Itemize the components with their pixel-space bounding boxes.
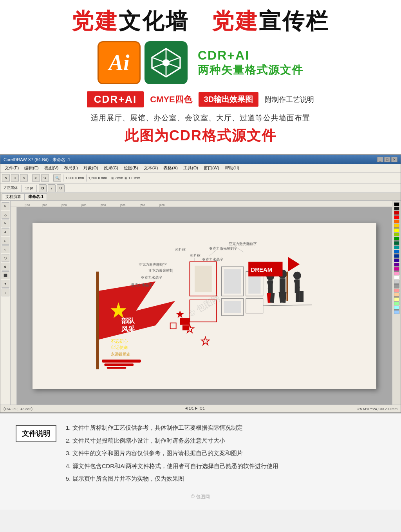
swatch-darkblue[interactable] (394, 254, 399, 258)
swatch-gray[interactable] (394, 284, 399, 288)
page-indicator: 1/1 (189, 407, 194, 410)
close-button[interactable]: ✕ (391, 157, 397, 162)
swatch-brightred[interactable] (394, 215, 399, 219)
tool-eyedropper[interactable]: ✦ (2, 280, 9, 288)
next-page-btn[interactable]: ▶ (195, 407, 198, 410)
svg-text:亚克力激光雕刻字: 亚克力激光雕刻字 (209, 247, 237, 251)
svg-rect-48 (180, 318, 190, 325)
menu-view[interactable]: 视图(V) (42, 164, 61, 172)
toolbar-new[interactable]: N (2, 174, 10, 182)
swatch-white[interactable] (394, 276, 399, 280)
menu-tools[interactable]: 工具(O) (181, 164, 201, 172)
swatch-lime[interactable] (394, 232, 399, 236)
cdr-tab-unnamed[interactable]: 未命名-1 (25, 193, 47, 200)
tool-shape[interactable]: ◇ (2, 211, 9, 219)
swatch-green[interactable] (394, 237, 399, 241)
svg-rect-37 (280, 278, 285, 293)
tool-ellipse[interactable]: ○ (2, 245, 9, 253)
svg-text:永远跟党走: 永远跟党走 (111, 352, 130, 356)
menu-bitmap[interactable]: 位图(B) (121, 164, 141, 172)
menu-edit[interactable]: 编辑(E) (22, 164, 42, 172)
toolbar-open[interactable]: O (11, 174, 19, 182)
swatch-teal[interactable] (394, 245, 399, 249)
file-info-item-5: 展示页中所含图片并不为实物，仅为效果图 (66, 474, 385, 483)
svg-text:相片框: 相片框 (175, 248, 186, 252)
svg-rect-46 (296, 291, 300, 302)
menu-text[interactable]: 文本(X) (141, 164, 161, 172)
svg-text:亚克力水晶字: 亚克力水晶字 (131, 283, 152, 287)
swatch-pink[interactable] (394, 271, 399, 275)
toolbar-underline[interactable]: U (57, 184, 65, 192)
toolbar2-sep2 (36, 185, 37, 192)
tool-freehand[interactable]: ✎ (2, 220, 9, 227)
menu-table[interactable]: 表格(A) (161, 164, 181, 172)
swatch-blue[interactable] (394, 250, 399, 254)
cdr-tabs-row: 文档演算 未命名-1 (0, 193, 401, 201)
subtitle-text: 适用展厅、展馆、办公室、会议室、大厅、过道等公共墙面布置 (16, 113, 385, 123)
cdr-tab-doclist[interactable]: 文档演算 (2, 193, 25, 200)
tool-select[interactable]: ↖ (2, 202, 9, 210)
cdr-logo-svg (148, 45, 184, 80)
cdr-main-canvas[interactable]: 部队 风采 不忘初心 牢记使命 永远跟党走 (17, 207, 392, 405)
statusbar-coords: (164.930, -46.882) (4, 407, 33, 411)
prev-page-btn[interactable]: ◀ (184, 407, 188, 410)
swatch-lightyellow[interactable] (394, 297, 399, 301)
swatch-darkgray[interactable] (394, 207, 399, 211)
menu-help[interactable]: 帮助(H) (222, 164, 242, 172)
toolbar-fontsize: 12 pt (23, 186, 34, 190)
tag-cdr: CDR+AI (87, 91, 144, 107)
svg-text:风采: 风采 (121, 325, 135, 333)
menu-window[interactable]: 窗口(W) (201, 164, 222, 172)
toolbar-snap: ⊞ 3mm (111, 176, 123, 180)
file-info-item-2: 文件尺寸是投稿比例缩小设计，制作时请务必注意尺寸大小 (66, 436, 385, 445)
swatch-red[interactable] (394, 211, 399, 215)
toolbar-bold[interactable]: B (39, 184, 47, 192)
cdr-screenshot: CorelDRAW X7 (64-Bit) - 未命名 -1 _ □ ✕ 文件(… (0, 154, 401, 413)
toolbar-redo[interactable]: ↪ (41, 174, 49, 182)
svg-rect-15 (104, 363, 134, 366)
swatch-lightcyan[interactable] (394, 306, 399, 310)
cdr-window-title: CorelDRAW X7 (64-Bit) - 未命名 -1 (4, 157, 70, 163)
minimize-button[interactable]: _ (377, 157, 383, 162)
swatch-yellow[interactable] (394, 224, 399, 228)
tag-note: 附制作工艺说明 (265, 95, 314, 104)
swatch-orange[interactable] (394, 220, 399, 223)
format-line2: 两种矢量格式源文件 (198, 63, 303, 78)
menu-object[interactable]: 对象(O) (81, 164, 101, 172)
tool-interactive[interactable]: ⬦ (2, 289, 9, 296)
svg-text:亚克力水晶字: 亚克力水晶字 (141, 276, 162, 280)
swatch-lightgray[interactable] (394, 280, 399, 284)
menu-layout[interactable]: 布局(L) (61, 164, 80, 172)
tool-fill[interactable]: ⬛ (2, 271, 9, 279)
swatch-brightyellow[interactable] (394, 228, 399, 232)
tool-rect[interactable]: □ (2, 237, 9, 245)
cdr-body: ↖ ◇ ✎ A □ ○ ⬡ ⊕ ⬛ ✦ ⬦ |100 (0, 201, 401, 405)
tool-polygon[interactable]: ⬡ (2, 254, 9, 262)
tool-text[interactable]: A (2, 228, 9, 236)
menu-file[interactable]: 文件(F) (2, 164, 22, 172)
swatch-purple[interactable] (394, 263, 399, 267)
swatch-darkgreen[interactable] (394, 241, 399, 245)
swatch-indigo[interactable] (394, 258, 399, 262)
file-info-wrapper: 文件说明 文件中所标制作工艺仅供参考，具体制作工艺要根据实际情况制定 文件尺寸是… (16, 423, 385, 487)
swatch-magenta[interactable] (394, 267, 399, 271)
toolbar-sep3 (63, 174, 63, 182)
file-info-item-3: 文件中的文字和图片内容仅供参考，图片请根据自己的文案和图片 (66, 449, 385, 458)
toolbar-save[interactable]: S (20, 174, 28, 182)
swatch-lightgreen[interactable] (394, 301, 399, 305)
file-info-list: 文件中所标制作工艺仅供参考，具体制作工艺要根据实际情况制定 文件尺寸是投稿比例缩… (66, 423, 385, 487)
cdr-canvas-area[interactable]: |100 |200 |300 |400 |500 |600 |700 |800 (11, 201, 392, 405)
svg-text:亚克力激光雕刻字: 亚克力激光雕刻字 (229, 242, 257, 246)
swatch-lightblue[interactable] (394, 310, 399, 314)
swatch-peach[interactable] (394, 293, 399, 297)
menu-effects[interactable]: 效果(C) (101, 164, 121, 172)
swatch-black[interactable] (394, 202, 399, 206)
cdr-titlebar: CorelDRAW X7 (64-Bit) - 未命名 -1 _ □ ✕ (0, 155, 401, 164)
tool-zoom[interactable]: ⊕ (2, 263, 9, 271)
toolbar-italic[interactable]: I (48, 184, 56, 192)
swatch-lightred[interactable] (394, 289, 399, 292)
ai-icon: Ai (98, 41, 141, 84)
toolbar-undo[interactable]: ↩ (32, 174, 40, 182)
maximize-button[interactable]: □ (384, 157, 390, 162)
toolbar-zoom[interactable]: 🔍 (53, 174, 61, 182)
